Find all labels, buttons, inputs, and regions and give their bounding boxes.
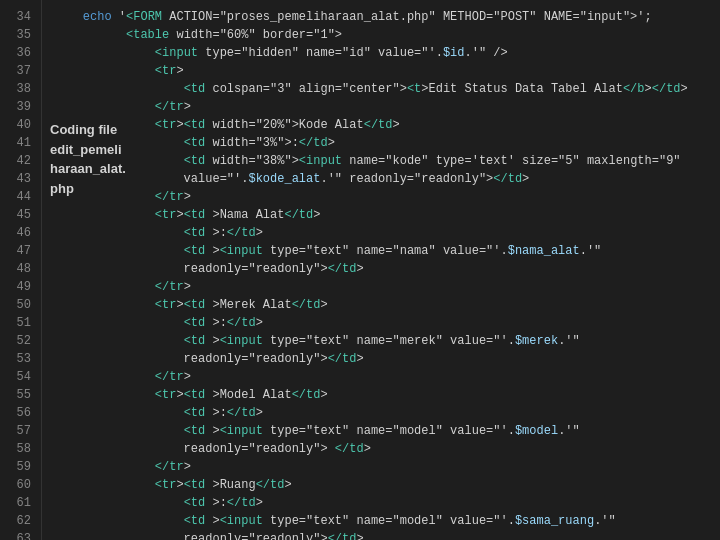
code-line: </tr>	[54, 98, 720, 116]
line-number: 49	[0, 278, 31, 296]
code-line: <td >:</td>	[54, 314, 720, 332]
code-line: <td width="38%"><input name="kode" type=…	[54, 152, 720, 170]
code-line: readonly="readonly"></td>	[54, 350, 720, 368]
code-line: <tr><td >Ruang</td>	[54, 476, 720, 494]
code-content: echo '<FORM ACTION="proses_pemeliharaan_…	[42, 0, 720, 540]
file-label-line1: Coding file	[50, 120, 126, 140]
line-number: 62	[0, 512, 31, 530]
code-line: <tr><td width="20%">Kode Alat</td>	[54, 116, 720, 134]
line-number: 36	[0, 44, 31, 62]
code-line: <tr><td >Model Alat</td>	[54, 386, 720, 404]
code-line: <tr>	[54, 62, 720, 80]
file-label-line4: php	[50, 179, 126, 199]
line-number: 55	[0, 386, 31, 404]
line-number: 38	[0, 80, 31, 98]
line-number: 34	[0, 8, 31, 26]
line-number: 58	[0, 440, 31, 458]
code-line: <td ><input type="text" name="nama" valu…	[54, 242, 720, 260]
line-number: 54	[0, 368, 31, 386]
code-line: value="'.$kode_alat.'" readonly="readonl…	[54, 170, 720, 188]
line-number: 46	[0, 224, 31, 242]
file-label: Coding file edit_pemeli haraan_alat. php	[50, 120, 126, 198]
code-editor: 3435363738394041424344454647484950515253…	[0, 0, 720, 540]
code-line: <td >:</td>	[54, 224, 720, 242]
line-number: 52	[0, 332, 31, 350]
line-number: 56	[0, 404, 31, 422]
line-number: 35	[0, 26, 31, 44]
line-number: 57	[0, 422, 31, 440]
line-number: 42	[0, 152, 31, 170]
line-number: 61	[0, 494, 31, 512]
line-number: 48	[0, 260, 31, 278]
file-label-line3: haraan_alat.	[50, 159, 126, 179]
code-line: </tr>	[54, 458, 720, 476]
code-line: <tr><td >Nama Alat</td>	[54, 206, 720, 224]
code-line: <td width="3%">:</td>	[54, 134, 720, 152]
code-line: <td ><input type="text" name="model" val…	[54, 512, 720, 530]
code-line: readonly="readonly"> </td>	[54, 440, 720, 458]
code-line: <td ><input type="text" name="merek" val…	[54, 332, 720, 350]
code-line: echo '<FORM ACTION="proses_pemeliharaan_…	[54, 8, 720, 26]
code-line: readonly="readonly"></td>	[54, 260, 720, 278]
code-line: <table width="60%" border="1">	[54, 26, 720, 44]
code-line: <tr><td >Merek Alat</td>	[54, 296, 720, 314]
line-number: 41	[0, 134, 31, 152]
line-number: 60	[0, 476, 31, 494]
line-number: 63	[0, 530, 31, 540]
file-label-line2: edit_pemeli	[50, 140, 126, 160]
line-number: 47	[0, 242, 31, 260]
line-number: 37	[0, 62, 31, 80]
line-number: 50	[0, 296, 31, 314]
code-line: <td >:</td>	[54, 404, 720, 422]
code-line: </tr>	[54, 278, 720, 296]
code-line: <td colspan="3" align="center"><t>Edit S…	[54, 80, 720, 98]
line-number: 44	[0, 188, 31, 206]
line-number: 59	[0, 458, 31, 476]
code-line: </tr>	[54, 368, 720, 386]
code-line: </tr>	[54, 188, 720, 206]
code-line: <input type="hidden" name="id" value="'.…	[54, 44, 720, 62]
line-number: 53	[0, 350, 31, 368]
line-number: 39	[0, 98, 31, 116]
code-line: <td >:</td>	[54, 494, 720, 512]
code-line: readonly="readonly"></td>	[54, 530, 720, 540]
line-number: 43	[0, 170, 31, 188]
line-number: 51	[0, 314, 31, 332]
line-number-gutter: 3435363738394041424344454647484950515253…	[0, 0, 42, 540]
code-line: <td ><input type="text" name="model" val…	[54, 422, 720, 440]
line-number: 40	[0, 116, 31, 134]
line-number: 45	[0, 206, 31, 224]
